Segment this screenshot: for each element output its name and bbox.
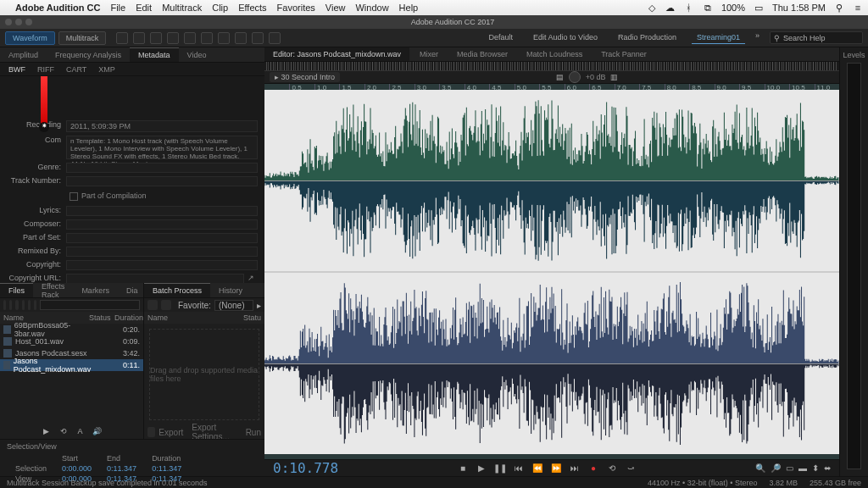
field-recording-date[interactable]: 2011, 5:09:39 PM <box>66 120 258 132</box>
search-help-field[interactable]: ⚲Search Help <box>770 31 863 44</box>
wifi-icon[interactable]: ⧉ <box>703 3 713 13</box>
battery-icon[interactable]: ▭ <box>754 3 764 13</box>
tool-marquee-icon[interactable] <box>218 32 230 44</box>
go-end-button[interactable]: ⏭ <box>569 463 581 474</box>
loop-icon[interactable] <box>34 300 36 310</box>
battery-indicator[interactable]: 100% <box>721 3 745 13</box>
field-lyrics[interactable] <box>66 206 258 216</box>
waveform-mode-button[interactable]: Waveform <box>5 31 55 45</box>
field-genre[interactable] <box>66 163 258 173</box>
marker-range-label[interactable]: ▸ 30 Second Intro <box>270 72 340 82</box>
files-filter-input[interactable] <box>40 300 140 310</box>
workspace-more-icon[interactable]: » <box>755 31 760 44</box>
open-file-icon[interactable] <box>3 300 6 310</box>
field-comments[interactable]: n Template: 1 Mono Host track (with Spee… <box>66 136 258 159</box>
tab-mixer[interactable]: Mixer <box>411 47 447 61</box>
spectral-toggle-icon[interactable] <box>133 32 145 44</box>
stop-button[interactable]: ■ <box>457 463 469 474</box>
zoom-out-amp-icon[interactable]: ⬌ <box>824 463 831 473</box>
files-autoplay-icon[interactable]: A <box>75 427 86 437</box>
tab-amplitude-stats[interactable]: Amplitud <box>0 48 47 62</box>
zoom-window-icon[interactable] <box>25 19 32 25</box>
subtab-riff[interactable]: RIFF <box>37 65 54 74</box>
skip-selection-button[interactable]: ⤻ <box>625 463 637 474</box>
overview-navigator[interactable] <box>264 62 839 71</box>
waveform-editor[interactable] <box>264 90 839 454</box>
menu-window[interactable]: Window <box>355 3 388 13</box>
minimize-window-icon[interactable] <box>15 19 22 25</box>
zoom-in-amp-icon[interactable]: ⬍ <box>812 463 819 473</box>
batch-col-name[interactable]: Name <box>147 313 236 322</box>
menu-effects[interactable]: Effects <box>238 3 266 13</box>
subtab-xmp[interactable]: XMP <box>98 65 115 74</box>
menu-help[interactable]: Help <box>399 3 419 13</box>
tab-batch-process[interactable]: Batch Process <box>144 283 210 297</box>
levels-meter[interactable] <box>847 63 861 469</box>
batch-dropzone[interactable]: Drag and drop supported media files here <box>149 329 259 420</box>
close-file-icon[interactable] <box>22 300 25 310</box>
close-window-icon[interactable] <box>5 19 12 25</box>
files-col-duration[interactable]: Duration <box>114 313 140 322</box>
batch-add-icon[interactable] <box>147 300 158 310</box>
subtab-cart[interactable]: CART <box>66 65 86 74</box>
tool-slip-icon[interactable] <box>184 32 196 44</box>
menu-multitrack[interactable]: Multitrack <box>162 3 202 13</box>
rewind-button[interactable]: ⏪ <box>531 463 543 474</box>
workspace-default[interactable]: Default <box>483 31 518 44</box>
play-button[interactable]: ▶ <box>476 463 487 474</box>
timecode-display[interactable]: 0:10.778 <box>273 460 338 476</box>
open-url-icon[interactable]: ↗ <box>244 274 258 283</box>
gain-knob[interactable] <box>569 71 581 83</box>
zoom-out-icon[interactable]: 🔎 <box>771 463 781 473</box>
tab-editor[interactable]: Editor: Jasons Podcast_mixdown.wav <box>264 47 409 61</box>
tab-frequency-analysis[interactable]: Frequency Analysis <box>47 48 130 62</box>
autoplay-icon[interactable] <box>28 300 31 310</box>
tab-match-loudness[interactable]: Match Loudness <box>518 47 591 61</box>
menu-view[interactable]: View <box>326 3 346 13</box>
tab-diagnostics[interactable]: Dia <box>118 284 147 297</box>
new-file-icon[interactable] <box>9 300 12 310</box>
hud-toggle-icon[interactable] <box>116 32 128 44</box>
tool-spot-heal-icon[interactable] <box>269 32 281 44</box>
files-col-status[interactable]: Status <box>89 313 114 322</box>
tab-media-browser[interactable]: Media Browser <box>448 47 516 61</box>
waveform-right-channel[interactable] <box>264 273 839 454</box>
menu-favorites[interactable]: Favorites <box>277 3 315 13</box>
notification-icon[interactable]: ≡ <box>853 3 863 13</box>
tab-markers[interactable]: Markers <box>73 284 118 297</box>
multitrack-mode-button[interactable]: Multitrack <box>58 31 107 45</box>
import-icon[interactable] <box>15 300 18 310</box>
menu-clip[interactable]: Clip <box>212 3 228 13</box>
selview-selection-start[interactable]: 0:00.000 <box>55 464 98 473</box>
tab-track-panner[interactable]: Track Panner <box>593 47 655 61</box>
tool-lasso-icon[interactable] <box>235 32 247 44</box>
selview-selection-end[interactable]: 0:11.347 <box>100 464 143 473</box>
menu-file[interactable]: File <box>110 3 125 13</box>
fast-forward-button[interactable]: ⏩ <box>550 463 562 474</box>
subtab-bwf[interactable]: BWF <box>8 65 25 74</box>
tool-time-select-icon[interactable] <box>201 32 213 44</box>
field-remixed-by[interactable] <box>66 247 258 257</box>
spotlight-icon[interactable]: ⚲ <box>834 3 844 13</box>
tab-files[interactable]: Files <box>0 283 33 297</box>
tool-move-icon[interactable] <box>150 32 162 44</box>
hud-toggle-icon[interactable]: ▤ <box>556 73 564 81</box>
zoom-full-icon[interactable]: ▭ <box>786 463 793 473</box>
clock[interactable]: Thu 1:58 PM <box>772 3 826 13</box>
tool-brush-icon[interactable] <box>252 32 264 44</box>
menu-edit[interactable]: Edit <box>136 3 152 13</box>
file-row[interactable]: Host_001.wav0:09. <box>0 336 143 347</box>
batch-remove-icon[interactable] <box>161 300 171 310</box>
dropbox-icon[interactable]: ◇ <box>647 3 657 13</box>
bluetooth-icon[interactable]: ᚼ <box>684 3 694 13</box>
files-volume-icon[interactable]: 🔊 <box>92 427 103 437</box>
checkbox-compilation[interactable] <box>70 192 78 201</box>
waveform-left-channel[interactable] <box>264 90 839 271</box>
file-row[interactable]: 69BpmBossa05-3bar.wav0:20. <box>0 324 143 336</box>
app-menu[interactable]: Adobe Audition CC <box>15 3 100 13</box>
cloud-icon[interactable]: ☁ <box>665 3 676 13</box>
pause-button[interactable]: ❚❚ <box>494 463 506 474</box>
record-button[interactable]: ● <box>587 463 599 474</box>
field-composer[interactable] <box>66 219 258 230</box>
tab-video[interactable]: Video <box>179 48 215 62</box>
